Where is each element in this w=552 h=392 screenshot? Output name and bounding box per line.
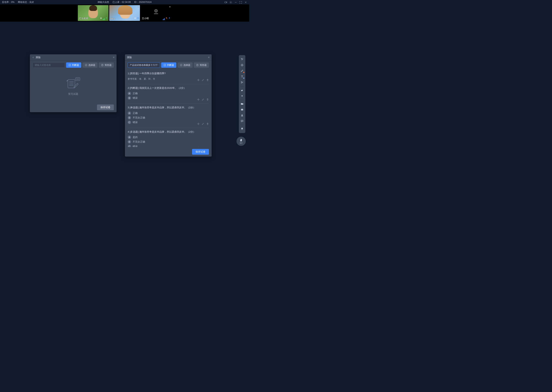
chat-tool[interactable] [240, 118, 245, 124]
question-option[interactable]: C错误 [128, 121, 209, 124]
question-option[interactable]: B不完全正确 [128, 116, 209, 119]
delete-icon[interactable] [206, 98, 209, 102]
record-icon [100, 17, 102, 20]
folder-tool[interactable] [240, 101, 245, 106]
cursor-tool[interactable] [240, 57, 245, 62]
raise-hand-button[interactable]: 0/2 [237, 137, 246, 146]
gear-icon[interactable] [229, 1, 232, 4]
option-letter: B [128, 116, 131, 119]
edit-icon[interactable] [202, 147, 204, 147]
color-tool[interactable] [240, 93, 245, 98]
hand-count: 0/2 [240, 142, 242, 144]
option-text: 错误 [133, 145, 138, 147]
video-tile-student[interactable]: × Nina [109, 5, 140, 21]
svg-point-12 [155, 10, 157, 12]
empty-text: 暂无试题 [68, 92, 78, 96]
quiz-panel-filled: 测验 × 判断题 选择题 简答题 1 [简答题] 一年四季分别是哪四季?参考答案… [125, 54, 212, 157]
question-title: 1 [简答题] 一年四季分别是哪四季? [128, 72, 209, 75]
question-item: 3 [单选题] 施华洛世奇是反华品牌，所以梁鼎琪反华。（2分）A正确B不完全正确… [128, 104, 209, 128]
svg-rect-38 [241, 109, 243, 111]
option-letter: A [128, 135, 131, 139]
svg-point-29 [79, 79, 79, 79]
move-tool[interactable] [240, 63, 245, 68]
question-option[interactable]: A正确 [128, 112, 209, 115]
svg-rect-32 [197, 64, 198, 66]
video-close-icon[interactable]: × [138, 6, 139, 8]
packet-loss: 丢包率：0% [2, 0, 14, 4]
elapsed-time: 已上课：02:34:09 [113, 0, 131, 4]
back-icon[interactable] [32, 56, 35, 59]
empty-state: 暂无试题 [33, 70, 114, 103]
move-icon[interactable] [197, 123, 200, 126]
eraser-tool[interactable] [240, 87, 245, 93]
video-strip: 叮当老师 × Nina × 王小明 [0, 4, 249, 22]
option-letter: A [128, 112, 131, 115]
svg-point-9 [135, 18, 136, 19]
pen-tool[interactable] [240, 68, 245, 73]
question-option[interactable]: A正确 [128, 92, 209, 95]
question-option[interactable]: B错误 [128, 96, 209, 100]
panel-close-icon[interactable]: × [208, 56, 210, 59]
quiz-name-input[interactable] [128, 63, 160, 68]
move-icon[interactable] [197, 147, 200, 147]
text-tool[interactable] [240, 74, 245, 79]
minimize-icon[interactable] [234, 1, 237, 4]
svg-point-41 [241, 121, 242, 121]
tab-short[interactable]: 简答题 [99, 63, 114, 68]
svg-point-27 [76, 79, 77, 79]
svg-point-6 [101, 18, 102, 19]
maximize-icon[interactable] [239, 1, 242, 4]
option-letter: C [128, 145, 131, 147]
svg-point-42 [242, 121, 242, 121]
option-text: 是的 [133, 135, 138, 139]
class-title: 神秘大自然 [98, 0, 109, 4]
tab-judge[interactable]: 判断题 [66, 63, 81, 68]
mic-icon [168, 17, 171, 20]
question-item: 4 [多选题] 施华洛世奇是反华品牌，所以梁鼎琪反华。（2分）A是的B不完全正确… [128, 128, 209, 147]
question-option[interactable]: C错误 [128, 145, 209, 147]
video-tile-teacher[interactable]: 叮当老师 [78, 5, 109, 21]
video-close-icon[interactable]: × [169, 6, 171, 8]
tab-choice[interactable]: 选择题 [177, 63, 193, 68]
edit-icon[interactable] [202, 123, 204, 126]
option-text: 错误 [133, 96, 138, 100]
option-letter: B [128, 96, 131, 100]
camera-icon[interactable] [224, 1, 227, 4]
question-option[interactable]: B不完全正确 [128, 140, 209, 144]
move-icon[interactable] [197, 98, 200, 102]
bell-tool[interactable] [240, 126, 245, 132]
camera-off-icon [152, 8, 160, 16]
svg-point-39 [242, 114, 243, 115]
delete-icon[interactable] [206, 147, 209, 147]
question-title: 3 [单选题] 施华洛世奇是反华品牌，所以梁鼎琪反华。（2分） [128, 106, 209, 110]
toolbox-tool[interactable] [240, 107, 245, 112]
option-text: 正确 [133, 112, 138, 115]
save-quiz-button[interactable]: 保存试卷 [192, 149, 209, 155]
svg-rect-21 [68, 80, 75, 88]
answer-reference: 参考答案：春、夏、秋、冬 [128, 77, 209, 81]
tab-choice[interactable]: 选择题 [82, 63, 98, 68]
svg-rect-10 [138, 17, 138, 19]
close-icon[interactable] [244, 1, 247, 4]
edit-icon[interactable] [202, 79, 204, 82]
user-tool[interactable] [240, 112, 245, 118]
question-option[interactable]: A是的 [128, 135, 209, 139]
edit-icon[interactable] [202, 98, 204, 102]
quiz-name-input[interactable] [33, 63, 65, 68]
panel-close-icon[interactable]: × [113, 56, 115, 59]
signal-icon [103, 18, 105, 20]
svg-point-36 [241, 83, 242, 83]
tab-short[interactable]: 简答题 [194, 63, 209, 68]
delete-icon[interactable] [206, 123, 209, 126]
tab-judge[interactable]: 判断题 [161, 63, 176, 68]
delete-icon[interactable] [206, 79, 209, 82]
panel-title: 测验 [36, 56, 113, 59]
move-icon[interactable] [197, 79, 200, 82]
option-letter: B [128, 140, 131, 144]
save-quiz-button[interactable]: 保存试卷 [97, 105, 114, 110]
signal-icon [163, 18, 165, 20]
scissors-tool[interactable] [240, 80, 245, 85]
quiz-panel-empty: 测验 × 判断题 选择题 简答题 暂无试题 保存试卷 [30, 54, 116, 112]
svg-point-28 [77, 79, 78, 79]
video-tile-student-off[interactable]: × 王小明 [141, 5, 171, 21]
